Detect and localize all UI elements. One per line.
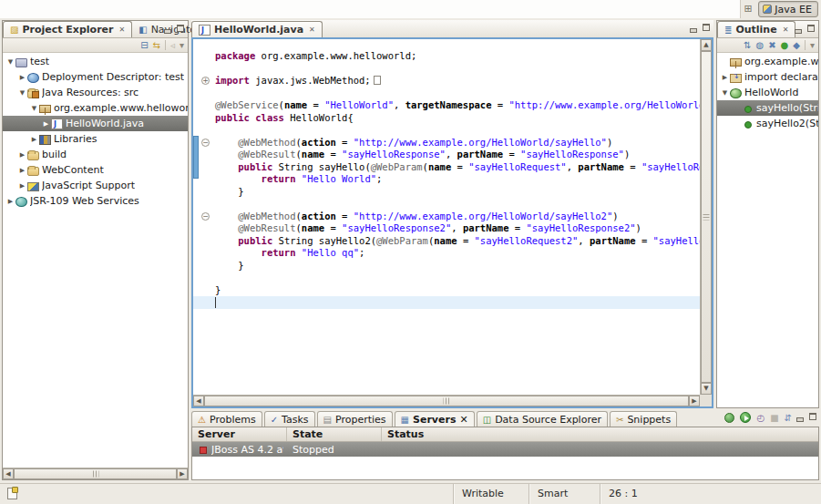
tab-servers[interactable]: ▦Servers✕ xyxy=(395,411,475,427)
code-token: ) xyxy=(612,211,618,221)
column-header-status[interactable]: Status xyxy=(382,427,818,441)
open-perspective-icon[interactable]: ⊞ xyxy=(742,3,754,15)
hide-static-members-icon[interactable]: ✖ xyxy=(768,40,775,50)
expand-arrow-icon[interactable]: ▼ xyxy=(29,105,39,112)
scroll-right-icon[interactable]: ▶ xyxy=(177,468,188,479)
close-icon[interactable]: ✕ xyxy=(309,26,315,34)
scrollbar-thumb[interactable] xyxy=(14,468,177,479)
code-token: = xyxy=(336,211,354,221)
tab-properties[interactable]: ▤Properties xyxy=(317,411,393,427)
back-arrow-icon[interactable]: ◃ xyxy=(170,40,175,50)
tab-label: HelloWorld.java xyxy=(214,24,303,36)
tab-data-source-explorer[interactable]: ◫Data Source Explorer xyxy=(477,411,608,427)
tree-item-helloworld[interactable]: ▼HelloWorld xyxy=(717,85,818,100)
tree-item-build[interactable]: ▶build xyxy=(3,147,188,162)
tree-item-label: Libraries xyxy=(54,133,97,145)
tree-item-javascript-support[interactable]: ▶JavaScript Support xyxy=(3,178,188,193)
close-icon[interactable]: ✕ xyxy=(459,414,467,426)
outline-tree[interactable]: org.example.www.helloworld▶import declar… xyxy=(717,54,818,407)
hide-local-types-icon[interactable]: ◆ xyxy=(793,40,800,50)
fold-expanded-icon[interactable]: − xyxy=(201,212,210,221)
status-bar: Writable Smart Insert 26 : 1 xyxy=(0,483,821,504)
editor-vscrollbar[interactable]: ▲ ▼ xyxy=(700,39,712,395)
code-token: javax.jws.WebMethod; xyxy=(250,75,371,86)
close-icon[interactable]: ✕ xyxy=(118,26,125,34)
column-header-server[interactable]: Server xyxy=(192,427,287,441)
expand-arrow-icon[interactable]: ▶ xyxy=(17,74,27,81)
view-menu-icon[interactable]: ▾ xyxy=(810,40,815,50)
scroll-left-icon[interactable]: ◀ xyxy=(193,396,204,406)
method-icon xyxy=(742,103,754,114)
sort-icon[interactable]: ⇅ xyxy=(744,40,751,50)
fast-view-icon[interactable] xyxy=(7,488,17,499)
editor-hscrollbar[interactable]: ◀ ▶ xyxy=(193,395,700,406)
code-editor[interactable]: package org.example.www.helloworld;+impo… xyxy=(193,39,700,395)
tree-item-import-declarations[interactable]: ▶import declarations xyxy=(717,69,818,85)
panel-minmax xyxy=(689,23,711,32)
expand-arrow-icon[interactable]: ▼ xyxy=(17,89,27,97)
debug-icon[interactable] xyxy=(724,413,734,423)
expand-arrow-icon[interactable]: ▼ xyxy=(720,89,730,97)
expand-arrow-icon[interactable]: ▶ xyxy=(17,167,27,174)
code-text[interactable]: package org.example.www.helloworld;+impo… xyxy=(193,39,700,395)
tree-item-helloworld-java[interactable]: ▶HelloWorld.java xyxy=(3,116,188,131)
start-icon[interactable] xyxy=(740,412,751,423)
fold-expanded-icon[interactable]: − xyxy=(201,139,210,147)
scroll-up-icon[interactable]: ▲ xyxy=(701,39,712,51)
tab-project-explorer[interactable]: ▨Project Explorer✕ xyxy=(3,21,132,37)
outline-tabbar: ≣Outline✕ xyxy=(717,21,818,38)
perspective-button-java-ee[interactable]: Java EE xyxy=(758,1,818,17)
maximize-icon[interactable] xyxy=(806,24,816,33)
close-icon[interactable]: ✕ xyxy=(783,26,789,34)
expand-arrow-icon[interactable]: ▼ xyxy=(5,58,15,66)
hide-non-public-icon[interactable]: ● xyxy=(781,40,789,50)
servers-table-header[interactable]: ServerStateStatus xyxy=(192,427,818,442)
stop-icon[interactable]: ■ xyxy=(770,413,778,423)
expand-arrow-icon[interactable]: ▶ xyxy=(5,198,15,205)
tree-item-test[interactable]: ▼test xyxy=(3,54,188,69)
tree-item-libraries[interactable]: ▶Libraries xyxy=(3,131,188,147)
scrollbar-thumb[interactable] xyxy=(701,51,712,383)
tab-problems[interactable]: ⚠Problems xyxy=(191,411,262,427)
project-explorer-hscrollbar[interactable]: ◀ ▶ xyxy=(3,468,188,479)
scroll-left-icon[interactable]: ◀ xyxy=(3,468,14,479)
tab-snippets[interactable]: ✂Snippets xyxy=(610,411,677,427)
view-menu-icon[interactable]: ▾ xyxy=(180,40,184,50)
expand-arrow-icon[interactable]: ▶ xyxy=(17,182,27,190)
profile-icon[interactable]: ◴ xyxy=(756,413,765,423)
minimize-icon[interactable] xyxy=(163,24,172,33)
tree-item-webcontent[interactable]: ▶WebContent xyxy=(3,162,188,178)
expand-arrow-icon[interactable]: ▶ xyxy=(41,120,51,128)
tab-helloworld-java[interactable]: HelloWorld.java✕ xyxy=(191,21,323,37)
tree-item-sayhello2-string-[interactable]: sayHello2(String) xyxy=(717,116,818,131)
publish-icon[interactable]: ⇵ xyxy=(785,413,792,423)
minimize-icon[interactable] xyxy=(689,23,698,32)
expand-arrow-icon[interactable]: ▶ xyxy=(29,136,39,143)
scrollbar-thumb[interactable] xyxy=(204,396,689,406)
scroll-right-icon[interactable]: ▶ xyxy=(689,396,700,406)
tree-item-java-resources-src[interactable]: ▼Java Resources: src xyxy=(3,85,188,100)
maximize-icon[interactable] xyxy=(808,412,817,421)
tree-item-jsr-109-web-services[interactable]: ▶JSR-109 Web Services xyxy=(3,193,188,209)
server-row[interactable]: JBoss AS 4.2 at localhostStopped xyxy=(192,442,818,457)
maximize-icon[interactable] xyxy=(176,24,185,33)
minimize-icon[interactable] xyxy=(794,24,803,33)
minimize-icon[interactable] xyxy=(795,412,805,421)
project-explorer-tree[interactable]: ▼test▶Deployment Descriptor: test▼Java R… xyxy=(3,54,188,468)
link-with-editor-icon[interactable]: ⇆ xyxy=(153,40,160,50)
scroll-down-icon[interactable]: ▼ xyxy=(701,383,712,395)
tree-item-sayhello-string-[interactable]: sayHello(String) xyxy=(717,100,818,116)
hide-fields-icon[interactable]: ◍ xyxy=(755,40,764,50)
expand-arrow-icon[interactable]: ▶ xyxy=(17,151,27,159)
fold-collapsed-icon[interactable]: + xyxy=(201,77,210,85)
tree-item-org-example-www-helloworld[interactable]: org.example.www.helloworld xyxy=(717,54,818,69)
tab-tasks[interactable]: ✓Tasks xyxy=(264,411,315,427)
tree-item-deployment-descriptor-test[interactable]: ▶Deployment Descriptor: test xyxy=(3,69,188,85)
tree-item-org-example-www-helloworld[interactable]: ▼org.example.www.helloworld xyxy=(3,100,188,116)
project-explorer-icon: ▨ xyxy=(10,25,18,35)
tab-outline[interactable]: ≣Outline✕ xyxy=(717,21,795,37)
maximize-icon[interactable] xyxy=(702,23,711,32)
collapse-all-icon[interactable]: ⊟ xyxy=(140,40,148,50)
column-header-state[interactable]: State xyxy=(287,427,382,441)
expand-arrow-icon[interactable]: ▶ xyxy=(720,74,730,81)
